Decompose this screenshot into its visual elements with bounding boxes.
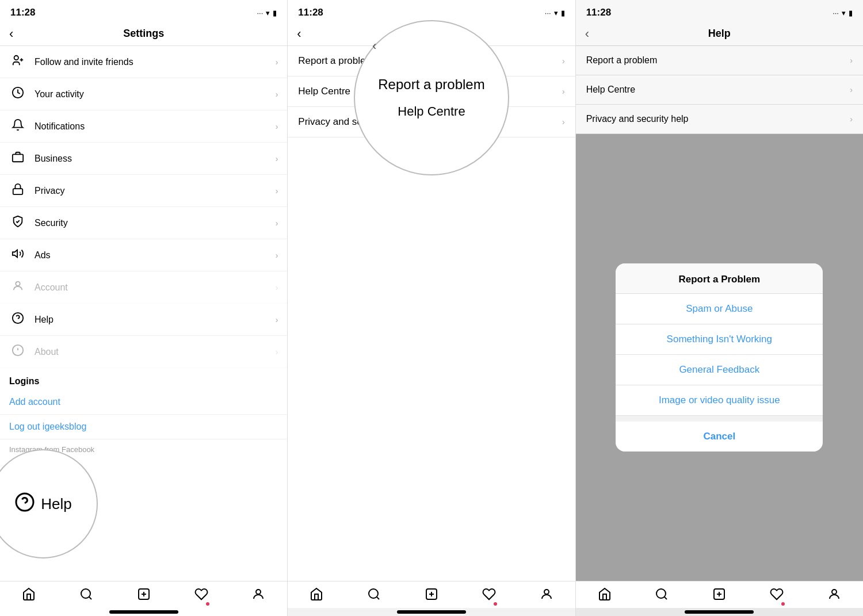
middle-report-chevron: › (562, 56, 565, 66)
business-icon (9, 151, 26, 166)
ads-label: Ads (35, 250, 276, 261)
privacy-label: Privacy (35, 186, 276, 196)
modal-spam-option[interactable]: Spam or Abuse (616, 294, 823, 324)
settings-item-help[interactable]: Help › (0, 304, 287, 336)
tab-heart[interactable] (194, 587, 208, 604)
settings-item-notifications[interactable]: Notifications › (0, 110, 287, 143)
modal-gap (616, 416, 823, 422)
mid-heart-dot (494, 602, 497, 606)
account-icon (9, 280, 26, 295)
tab-add[interactable] (137, 587, 151, 604)
notifications-chevron: › (276, 122, 278, 131)
right-helpcentre-chevron: › (850, 85, 853, 94)
mid-tab-search[interactable] (367, 587, 381, 604)
about-icon (9, 344, 26, 359)
settings-item-about[interactable]: About › (0, 336, 287, 368)
settings-item-activity[interactable]: Your activity › (0, 78, 287, 110)
add-account-link[interactable]: Add account (0, 390, 287, 415)
modal-backdrop: Report a Problem Spam or Abuse Something… (576, 134, 863, 581)
right-status-bar: 11:28 ··· ▾ ▮ (576, 0, 863, 22)
left-panel: 11:28 ··· ▾ ▮ ‹ Settings Follow and invi… (0, 0, 287, 616)
mid-signal-icon: ··· (545, 9, 551, 17)
modal-cancel-button[interactable]: Cancel (616, 422, 823, 452)
security-label: Security (35, 218, 276, 228)
right-helpcentre-item[interactable]: Help Centre › (576, 75, 863, 105)
tab-search[interactable] (79, 587, 93, 604)
activity-label: Your activity (35, 89, 276, 100)
right-signal-icon: ··· (833, 9, 839, 17)
settings-item-ads[interactable]: Ads › (0, 239, 287, 271)
svg-point-25 (656, 589, 666, 598)
svg-point-0 (14, 56, 18, 60)
right-status-icons: ··· ▾ ▮ (833, 9, 853, 17)
svg-line-20 (377, 597, 379, 599)
right-tab-heart[interactable] (770, 587, 784, 604)
left-back-button[interactable]: ‹ (9, 26, 13, 41)
left-status-time: 11:28 (10, 7, 35, 18)
modal-title: Report a Problem (678, 274, 760, 285)
right-report-item[interactable]: Report a problem › (576, 46, 863, 75)
right-nav-title: Help (708, 28, 731, 40)
middle-back-button[interactable]: ‹ (297, 26, 301, 41)
svg-rect-3 (13, 189, 23, 194)
signal-icon: ··· (257, 9, 263, 17)
right-tab-profile[interactable] (827, 587, 841, 604)
log-out-link[interactable]: Log out igeeksblog (0, 415, 287, 439)
svg-marker-4 (13, 250, 17, 258)
mid-tab-profile[interactable] (540, 587, 553, 604)
mid-tab-home[interactable] (310, 587, 323, 604)
wifi-icon: ▾ (266, 9, 270, 17)
right-tab-home[interactable] (598, 587, 612, 604)
middle-status-bar: 11:28 ··· ▾ ▮ (288, 0, 575, 22)
settings-item-privacy[interactable]: Privacy › (0, 175, 287, 207)
activity-icon (9, 86, 26, 102)
right-helpcentre-label: Help Centre (586, 85, 850, 95)
tab-home[interactable] (22, 587, 36, 604)
help-label: Help (35, 315, 276, 325)
right-report-chevron: › (850, 56, 853, 65)
privacy-icon (9, 183, 26, 198)
middle-home-indicator (397, 610, 466, 614)
modal-not-working-option[interactable]: Something Isn't Working (616, 324, 823, 355)
battery-icon: ▮ (273, 9, 277, 17)
svg-line-12 (89, 597, 91, 599)
middle-status-time: 11:28 (298, 7, 323, 18)
mid-battery-icon: ▮ (561, 9, 565, 17)
right-home-indicator (685, 610, 754, 614)
security-icon (9, 215, 26, 231)
middle-status-icons: ··· ▾ ▮ (545, 9, 565, 17)
right-tab-bar (576, 581, 863, 608)
mid-wifi-icon: ▾ (554, 9, 558, 17)
middle-helpcentre-chevron: › (562, 87, 565, 96)
middle-circle-overlay: ‹ Report a problem Help Centre (354, 20, 509, 175)
modal-feedback-option[interactable]: General Feedback (616, 355, 823, 385)
settings-item-account[interactable]: Account › (0, 271, 287, 304)
mid-tab-add[interactable] (425, 587, 438, 604)
svg-rect-2 (13, 154, 23, 162)
right-battery-icon: ▮ (849, 9, 853, 17)
report-problem-modal: Report a Problem Spam or Abuse Something… (616, 263, 823, 452)
right-back-button[interactable]: ‹ (585, 26, 589, 41)
settings-item-business[interactable]: Business › (0, 143, 287, 175)
right-privacy-item[interactable]: Privacy and security help › (576, 105, 863, 134)
logins-header: Logins (0, 368, 287, 390)
tab-profile[interactable] (251, 587, 265, 604)
security-chevron: › (276, 219, 278, 228)
ads-icon (9, 247, 26, 263)
modal-image-quality-option[interactable]: Image or video quality issue (616, 385, 823, 416)
help-circle-icon (14, 492, 35, 516)
mid-tab-heart[interactable] (482, 587, 496, 604)
right-wifi-icon: ▾ (842, 9, 846, 17)
right-tab-search[interactable] (655, 587, 669, 604)
settings-item-follow[interactable]: Follow and invite friends › (0, 46, 287, 78)
settings-item-security[interactable]: Security › (0, 207, 287, 239)
right-tab-add[interactable] (712, 587, 726, 604)
follow-label: Follow and invite friends (35, 57, 276, 67)
left-home-indicator (109, 610, 178, 614)
svg-point-24 (544, 590, 549, 594)
follow-chevron: › (276, 58, 278, 67)
right-report-label: Report a problem (586, 55, 850, 66)
svg-point-16 (256, 590, 261, 594)
modal-title-section: Report a Problem (616, 263, 823, 294)
middle-tab-bar (288, 581, 575, 608)
